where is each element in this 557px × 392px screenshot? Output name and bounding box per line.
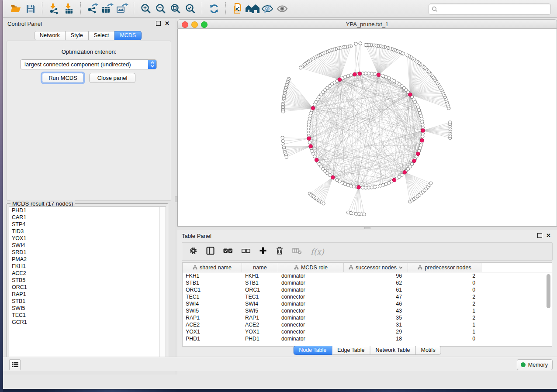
tab-style[interactable]: Style: [66, 31, 89, 40]
mcds-result-item[interactable]: SRD1: [9, 249, 166, 256]
table-cell: 0: [408, 286, 481, 293]
mcds-result-item[interactable]: PHD1: [9, 207, 166, 214]
table-header-row: shared namenameMCDS rolesuccessor nodesp…: [183, 263, 552, 272]
memory-button[interactable]: Memory: [517, 359, 553, 370]
app-window: Control Panel ✕ NetworkStyleSelectMCDS O…: [3, 0, 557, 389]
zoom-fit-icon[interactable]: [168, 2, 183, 16]
tab-network-table[interactable]: Network Table: [370, 346, 416, 355]
mcds-result-item[interactable]: ACE2: [9, 270, 166, 277]
network-titlebar[interactable]: YPA_prune.txt_1: [177, 19, 557, 29]
mcds-result-item[interactable]: STB1: [9, 298, 166, 305]
refresh-icon[interactable]: [207, 2, 221, 16]
mcds-result-item[interactable]: ORC1: [9, 284, 166, 291]
mcds-result-item[interactable]: RAP1: [9, 291, 166, 298]
close-panel-icon[interactable]: ✕: [546, 233, 551, 238]
table-cell: FKH1: [183, 272, 242, 279]
table-cell: 46: [344, 300, 408, 307]
show-selected-eye-icon[interactable]: [275, 2, 290, 16]
export-table-icon[interactable]: [100, 2, 115, 16]
close-panel-icon[interactable]: ✕: [165, 21, 170, 26]
tab-motifs[interactable]: Motifs: [415, 346, 441, 355]
mcds-result-item[interactable]: PMA2: [9, 256, 166, 263]
mcds-result-item[interactable]: GCR1: [9, 319, 166, 326]
scrollbar-thumb[interactable]: [547, 274, 550, 308]
horizontal-splitter[interactable]: [177, 227, 557, 230]
run-mcds-button[interactable]: Run MCDS: [42, 73, 84, 83]
table-cell: TEC1: [242, 293, 278, 300]
network-canvas[interactable]: [177, 29, 557, 227]
table-row[interactable]: TEC1TEC1connector472: [183, 293, 552, 300]
column-header-successor-nodes[interactable]: successor nodes: [344, 263, 408, 272]
table-row[interactable]: SWI4SWI4dominator462: [183, 300, 552, 307]
table-cell: 96: [344, 272, 408, 279]
table-cell: 1: [408, 321, 481, 328]
table-row[interactable]: ACE2ACE2connector311: [183, 321, 552, 328]
network-graph[interactable]: [178, 29, 557, 226]
mcds-result-item[interactable]: TID3: [9, 228, 166, 235]
table-row[interactable]: SWI5SWI5connector431: [183, 307, 552, 314]
tab-network[interactable]: Network: [34, 31, 66, 40]
table-cell: dominator: [278, 335, 344, 342]
list-icon: [12, 362, 18, 368]
column-header-mcds-role[interactable]: MCDS role: [278, 263, 344, 272]
criterion-dropdown[interactable]: largest connected component (undirected): [20, 59, 157, 69]
memory-status-dot: [521, 362, 526, 367]
tab-node-table[interactable]: Node Table: [293, 346, 332, 355]
open-file-icon[interactable]: [8, 2, 23, 16]
table-cell: RAP1: [242, 314, 278, 321]
mcds-result-item[interactable]: SWI4: [9, 242, 166, 249]
table-scrollbar[interactable]: [546, 273, 551, 345]
task-history-button[interactable]: [9, 359, 21, 370]
tab-select[interactable]: Select: [89, 31, 115, 40]
hide-selected-eye-icon[interactable]: [260, 2, 275, 16]
float-panel-icon[interactable]: [537, 233, 542, 238]
zoom-out-icon[interactable]: [153, 2, 168, 16]
mcds-result-item[interactable]: FKH1: [9, 263, 166, 270]
column-header-name[interactable]: name: [242, 263, 278, 272]
mcds-result-item[interactable]: SWI5: [9, 305, 166, 312]
table-settings-gear-icon[interactable]: [189, 247, 197, 257]
close-panel-button[interactable]: Close panel: [89, 73, 135, 83]
table-cell: connector: [278, 321, 344, 328]
splitter-grip[interactable]: [364, 227, 370, 229]
export-network-icon[interactable]: [85, 2, 100, 16]
zoom-selected-icon[interactable]: [183, 2, 198, 16]
zoom-in-icon[interactable]: [138, 2, 153, 16]
table-row[interactable]: STB1STB1dominator620: [183, 279, 552, 286]
table-row[interactable]: YOX1YOX1connector291: [183, 328, 552, 335]
search-input[interactable]: [439, 5, 550, 14]
save-session-icon[interactable]: [23, 2, 38, 16]
toolbar-separator: [134, 2, 135, 15]
show-all-houses-icon[interactable]: [245, 2, 260, 16]
mcds-result-item[interactable]: YOX1: [9, 235, 166, 242]
search-icon: [432, 6, 438, 12]
control-panel-title: Control Panel: [7, 21, 42, 27]
table-row[interactable]: FKH1FKH1dominator962: [183, 272, 552, 279]
mcds-result-item[interactable]: STP4: [9, 221, 166, 228]
table-row[interactable]: PHD1PHD1dominator180: [183, 335, 552, 342]
tab-mcds[interactable]: MCDS: [114, 31, 142, 40]
delete-column-trash-icon[interactable]: [276, 246, 284, 257]
copy-network-icon[interactable]: [230, 2, 245, 16]
toolbar-separator: [225, 2, 226, 15]
select-all-icon[interactable]: [223, 248, 233, 255]
mcds-result-item[interactable]: STB5: [9, 277, 166, 284]
tab-edge-table[interactable]: Edge Table: [332, 346, 370, 355]
mcds-result-item[interactable]: CAR1: [9, 214, 166, 221]
table-row[interactable]: ORC1ORC1dominator610: [183, 286, 552, 293]
mcds-result-item[interactable]: TEC1: [9, 312, 166, 319]
add-column-icon[interactable]: [259, 247, 267, 256]
float-panel-icon[interactable]: [156, 21, 161, 26]
table-cell: 43: [344, 307, 408, 314]
import-network-icon[interactable]: [47, 2, 62, 16]
import-table-icon[interactable]: [62, 2, 76, 16]
list-scrollbar[interactable]: [159, 207, 166, 364]
table-row[interactable]: RAP1RAP1dominator352: [183, 314, 552, 321]
column-header-predecessor-nodes[interactable]: predecessor nodes: [408, 263, 481, 272]
show-columns-icon[interactable]: [206, 247, 214, 257]
deselect-all-icon[interactable]: [242, 248, 250, 255]
table-cell: dominator: [278, 279, 344, 286]
export-image-icon[interactable]: [115, 2, 130, 16]
column-header-shared-name[interactable]: shared name: [183, 263, 242, 272]
mcds-result-list[interactable]: PHD1CAR1STP4TID3YOX1SWI4SRD1PMA2FKH1ACE2…: [9, 206, 166, 364]
